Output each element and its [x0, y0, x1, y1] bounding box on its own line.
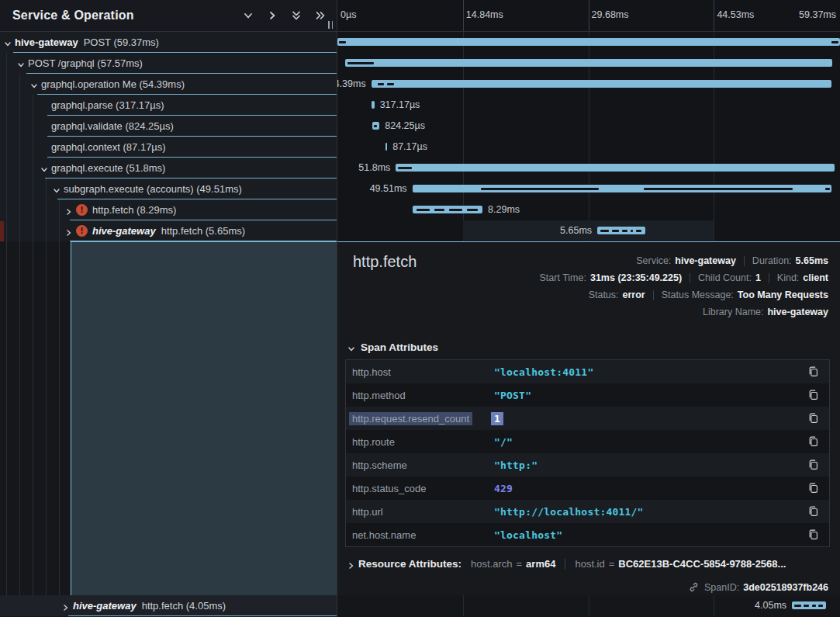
equals-sign: = [517, 558, 523, 570]
tree-row[interactable]: POST /graphql (57.57ms) [0, 53, 337, 74]
copy-icon[interactable] [807, 412, 820, 425]
attribute-value: "http://localhost:4011/" [494, 506, 644, 518]
tree-row[interactable]: hive-gatewayPOST (59.37ms) [0, 32, 337, 53]
resource-attributes-title[interactable]: Resource Attributes: [358, 558, 461, 570]
tree-row[interactable]: !hive-gatewayhttp.fetch (5.65ms) [0, 220, 337, 241]
expanded-span-region[interactable] [71, 241, 337, 595]
span-bar-child-mark [636, 230, 641, 232]
attribute-value: "localhost" [494, 529, 562, 541]
span-bar-child-mark [831, 41, 838, 43]
chevron-down-icon[interactable] [40, 165, 48, 172]
copy-icon[interactable] [807, 366, 820, 378]
meta-label: Status Message: [662, 289, 734, 300]
chevron-down-icon[interactable] [17, 60, 25, 68]
attribute-key: net.host.name [352, 529, 486, 541]
panel-resize-handle[interactable] [328, 21, 333, 29]
chevron-right-icon[interactable] [62, 602, 70, 610]
timeline-panel: 0µs14.84ms29.68ms44.53ms59.37ms 54.39ms3… [337, 0, 840, 617]
chevron-down-icon[interactable] [53, 185, 60, 193]
equals-sign: = [609, 558, 615, 570]
tree-row[interactable]: graphql.validate (824.25µs) [0, 116, 337, 137]
span-operation-label: graphql.parse (317.17µs) [51, 99, 164, 111]
span-operation-label: graphql.operation Me (54.39ms) [41, 78, 185, 90]
grid-line [714, 0, 714, 31]
meta-value: hive-gateway [675, 255, 736, 266]
meta-label: Kind: [777, 272, 800, 283]
attribute-key: http.url [352, 506, 486, 518]
span-attributes-header[interactable]: Span Attributes [347, 341, 438, 353]
span-operation-label: graphql.validate (824.25µs) [51, 120, 174, 132]
tree-header-title: Service & Operation [12, 9, 134, 23]
chevron-down-icon [347, 344, 355, 352]
copy-icon[interactable] [807, 505, 820, 518]
copy-icon[interactable] [807, 529, 820, 541]
resource-attribute-key: host.id [575, 558, 604, 570]
span-bar[interactable] [597, 227, 645, 234]
tree-row[interactable]: hive-gatewayhttp.fetch (4.05ms) [0, 595, 337, 616]
span-duration-label: 49.51ms [337, 179, 407, 199]
meta-separator [769, 273, 769, 283]
attribute-value: "POST" [494, 390, 531, 401]
span-operation-label: graphql.execute (51.8ms) [51, 162, 165, 174]
span-bar[interactable] [396, 164, 834, 172]
meta-label: Start Time: [540, 272, 586, 283]
resource-attributes: Resource Attributes:host.arch=arm64host.… [347, 558, 786, 570]
double-chevron-right-icon[interactable] [315, 10, 326, 21]
tree-row[interactable]: graphql.context (87.17µs) [0, 137, 337, 158]
span-duration-label: 824.25µs [385, 116, 425, 137]
span-duration-label: 8.29ms [488, 199, 520, 220]
attribute-row: http.scheme"http:" [346, 453, 829, 477]
span-bar[interactable] [385, 143, 387, 151]
copy-icon[interactable] [807, 435, 820, 448]
tree-row[interactable]: graphql.execute (51.8ms) [0, 158, 337, 179]
grid-line [589, 0, 589, 31]
span-operation-label: POST /graphql (57.57ms) [28, 57, 143, 69]
span-bar-child-mark [434, 209, 444, 211]
tree-row[interactable]: graphql.operation Me (54.39ms) [0, 74, 337, 95]
chevron-right-icon[interactable] [347, 560, 355, 568]
meta-value: client [803, 272, 828, 283]
span-bar[interactable] [792, 601, 826, 609]
span-service-name: hive-gateway [73, 600, 137, 612]
tree-row[interactable]: subgraph.execute (accounts) (49.51ms) [0, 179, 337, 199]
span-bar-child-mark [812, 605, 816, 607]
tree-row[interactable]: graphql.parse (317.17µs) [0, 95, 337, 116]
copy-icon[interactable] [807, 459, 820, 471]
span-bar[interactable] [372, 122, 379, 130]
attribute-key: http.method [352, 390, 486, 401]
chevron-right-icon[interactable] [267, 10, 278, 21]
span-operation-label: http.fetch (4.05ms) [142, 600, 226, 612]
double-chevron-down-icon[interactable] [291, 10, 302, 21]
attribute-value: "localhost:4011" [494, 366, 593, 378]
grid-line [463, 0, 464, 31]
indent-guide [59, 199, 60, 595]
span-bar[interactable] [372, 80, 832, 88]
span-bar[interactable] [345, 59, 832, 67]
chevron-down-icon[interactable] [30, 81, 38, 88]
tree-row[interactable]: !http.fetch (8.29ms) [0, 199, 337, 220]
span-bar-child-mark [387, 83, 394, 85]
link-icon[interactable] [688, 581, 700, 593]
resource-attribute-value: BC62E13B-C4CC-5854-9788-2568... [618, 558, 786, 570]
chevron-down-icon[interactable] [243, 10, 254, 21]
span-bar[interactable] [413, 206, 482, 213]
attribute-row: http.request.resend_count1 [346, 407, 829, 430]
span-bar-child-mark [347, 62, 374, 64]
chevron-right-icon[interactable] [65, 206, 73, 214]
copy-icon[interactable] [807, 482, 820, 494]
copy-icon[interactable] [807, 389, 820, 401]
meta-value: 5.65ms [796, 255, 828, 266]
span-bar[interactable] [413, 185, 831, 192]
timeline-bottom-row: 4.05ms [337, 595, 840, 616]
error-row-marker [0, 221, 4, 241]
meta-separator [690, 273, 690, 283]
attribute-key: http.route [352, 436, 486, 448]
span-bar[interactable] [372, 101, 374, 109]
span-tree: hive-gatewayPOST (59.37ms)POST /graphql … [0, 32, 337, 617]
chevron-down-icon[interactable] [4, 39, 12, 47]
meta-separator [653, 290, 654, 300]
span-bar[interactable] [337, 38, 840, 46]
chevron-right-icon[interactable] [65, 227, 73, 235]
indent-guide [19, 74, 20, 595]
span-tree-panel: Service & Operation hive-gatewayPOST (59… [0, 0, 337, 617]
